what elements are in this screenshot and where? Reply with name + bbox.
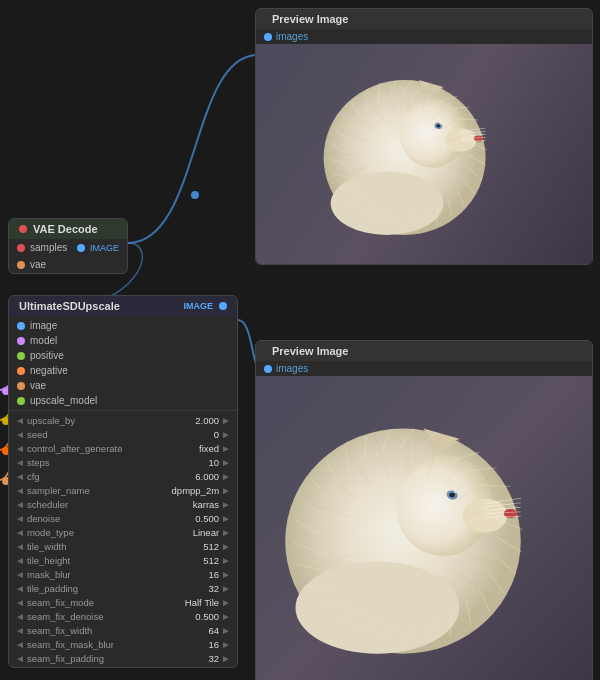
- upscale-model-row: model: [9, 333, 237, 348]
- preview-node-2: Preview Image images: [255, 340, 593, 680]
- vae-decode-dot: [19, 225, 27, 233]
- upscale-title: UltimateSDUpscale: [19, 300, 120, 312]
- upscale-vae-label: vae: [30, 380, 46, 391]
- preview-1-images: images: [256, 29, 592, 44]
- upscale-upscale-model-port[interactable]: [17, 397, 25, 405]
- upscale-negative-label: negative: [30, 365, 68, 376]
- param-seam-fix-mask-blur: ◄ seam_fix_mask_blur 16 ►: [9, 637, 237, 651]
- vae-samples-row: samples IMAGE: [9, 239, 127, 256]
- vae-port[interactable]: [17, 261, 25, 269]
- upscale-positive-port[interactable]: [17, 352, 25, 360]
- param-mask-blur: ◄ mask_blur 16 ►: [9, 567, 237, 581]
- upscale-header: UltimateSDUpscale IMAGE: [9, 296, 237, 316]
- upscale-image-row: image: [9, 318, 237, 333]
- preview-2-title: Preview Image: [272, 345, 348, 357]
- param-scheduler: ◄ scheduler karras ►: [9, 497, 237, 511]
- upscale-image-port[interactable]: [17, 322, 25, 330]
- preview-2-image: [256, 376, 593, 680]
- param-section: ◄ upscale_by 2.000 ► ◄ seed 0 ► ◄ contro…: [9, 410, 237, 667]
- upscale-ports: image model positive negative vae upscal…: [9, 316, 237, 410]
- upscale-upscale-model-label: upscale_model: [30, 395, 97, 406]
- param-seam-fix-padding: ◄ seam_fix_padding 32 ►: [9, 651, 237, 665]
- vae-decode-header: VAE Decode: [9, 219, 127, 239]
- image-out-label: IMAGE: [90, 243, 119, 253]
- upscale-node: UltimateSDUpscale IMAGE image model posi…: [8, 295, 238, 668]
- param-sampler-name: ◄ sampler_name dpmpp_2m ►: [9, 483, 237, 497]
- preview-1-image: [256, 44, 593, 264]
- upscale-model-label: model: [30, 335, 57, 346]
- param-seed: ◄ seed 0 ►: [9, 427, 237, 441]
- param-control-after-generate: ◄ control_after_generate fixed ►: [9, 441, 237, 455]
- preview-1-title: Preview Image: [272, 13, 348, 25]
- upscale-image-out-port[interactable]: [219, 302, 227, 310]
- upscale-negative-row: negative: [9, 363, 237, 378]
- param-denoise: ◄ denoise 0.500 ►: [9, 511, 237, 525]
- vae-vae-row: vae: [9, 256, 127, 273]
- upscale-positive-label: positive: [30, 350, 64, 361]
- samples-label: samples: [30, 242, 67, 253]
- param-mode-type: ◄ mode_type Linear ►: [9, 525, 237, 539]
- preview-1-images-port[interactable]: [264, 33, 272, 41]
- upscale-image-out-label: IMAGE: [183, 301, 213, 311]
- param-seam-fix-mode: ◄ seam_fix_mode Half Tile ►: [9, 595, 237, 609]
- param-tile-height: ◄ tile_height 512 ►: [9, 553, 237, 567]
- param-cfg: ◄ cfg 6.000 ►: [9, 469, 237, 483]
- param-tile-padding: ◄ tile_padding 32 ►: [9, 581, 237, 595]
- samples-port[interactable]: [17, 244, 25, 252]
- upscale-image-label: image: [30, 320, 57, 331]
- upscale-upscale-model-row: upscale_model: [9, 393, 237, 408]
- upscale-model-port[interactable]: [17, 337, 25, 345]
- preview-node-1: Preview Image images: [255, 8, 593, 265]
- upscale-vae-row: vae: [9, 378, 237, 393]
- preview-1-header: Preview Image: [256, 9, 592, 29]
- preview-2-header: Preview Image: [256, 341, 592, 361]
- vae-decode-title: VAE Decode: [33, 223, 98, 235]
- svg-point-0: [191, 191, 199, 199]
- vae-label: vae: [30, 259, 46, 270]
- upscale-positive-row: positive: [9, 348, 237, 363]
- upscale-vae-port[interactable]: [17, 382, 25, 390]
- vae-decode-node: VAE Decode samples IMAGE vae: [8, 218, 128, 274]
- image-out-port[interactable]: [77, 244, 85, 252]
- param-upscale-by: ◄ upscale_by 2.000 ►: [9, 413, 237, 427]
- upscale-negative-port[interactable]: [17, 367, 25, 375]
- param-tile-width: ◄ tile_width 512 ►: [9, 539, 237, 553]
- preview-2-images-port[interactable]: [264, 365, 272, 373]
- param-seam-fix-width: ◄ seam_fix_width 64 ►: [9, 623, 237, 637]
- param-seam-fix-denoise: ◄ seam_fix_denoise 0.500 ►: [9, 609, 237, 623]
- preview-2-images: images: [256, 361, 592, 376]
- param-steps: ◄ steps 10 ►: [9, 455, 237, 469]
